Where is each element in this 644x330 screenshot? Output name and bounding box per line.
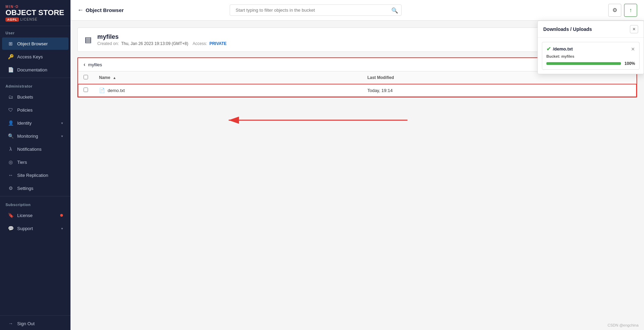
downloads-body: ✔ /demo.txt ✕ Bucket: myfiles 100% bbox=[538, 38, 644, 74]
upload-bucket: Bucket: myfiles bbox=[546, 54, 635, 58]
sidebar-item-support[interactable]: 💬 Support ▾ bbox=[2, 222, 68, 235]
sidebar-item-documentation[interactable]: 📄 Documentation bbox=[2, 64, 68, 76]
support-icon: 💬 bbox=[8, 225, 14, 231]
search-input[interactable] bbox=[230, 4, 402, 16]
breadcrumb-back-button[interactable]: ‹ bbox=[84, 61, 85, 68]
logo: MIN·O OBJECT STORE AGPLLICENSE bbox=[0, 0, 70, 26]
content-wrapper: ▤ myfiles Created on: Thu, Jan 26 2023 1… bbox=[70, 21, 644, 330]
created-label: Created on: bbox=[97, 41, 119, 46]
chevron-down-icon: ▾ bbox=[61, 134, 63, 138]
documentation-icon: 📄 bbox=[8, 67, 14, 73]
upload-item-close-button[interactable]: ✕ bbox=[631, 46, 635, 52]
sidebar-item-settings[interactable]: ⚙ Settings bbox=[2, 182, 68, 194]
downloads-panel: Downloads / Uploads ✕ ✔ /demo.txt ✕ Bu bbox=[537, 21, 644, 74]
sidebar-item-policies[interactable]: 🛡 Policies bbox=[2, 104, 68, 116]
sidebar-item-label: Identity bbox=[17, 121, 58, 126]
bucket-meta: Created on: Thu, Jan 26 2023 19:13:09 (G… bbox=[97, 41, 227, 46]
search-bar: 🔍 bbox=[230, 4, 402, 16]
breadcrumb-path: myfiles bbox=[88, 62, 102, 67]
table-row[interactable]: 📄 demo.txt Today, 19:14 bbox=[78, 84, 636, 97]
file-modified-cell: Today, 19:14 bbox=[362, 84, 636, 97]
file-name-cell: 📄 demo.txt bbox=[94, 84, 362, 97]
downloads-close-button[interactable]: ✕ bbox=[630, 25, 638, 33]
sidebar-item-tiers[interactable]: ◎ Tiers bbox=[2, 156, 68, 168]
logo-main: OBJECT STORE bbox=[6, 9, 65, 17]
row-checkbox[interactable] bbox=[84, 88, 88, 92]
upload-item-header: ✔ /demo.txt ✕ bbox=[546, 46, 635, 52]
sidebar-item-label: Support bbox=[17, 226, 58, 231]
notifications-icon: λ bbox=[8, 146, 14, 152]
sort-icon: ▲ bbox=[113, 76, 116, 80]
back-button[interactable]: ← Object Browser bbox=[77, 7, 124, 14]
back-arrow-icon: ← bbox=[77, 7, 84, 14]
notification-dot bbox=[60, 214, 63, 217]
footer-note: CSDN @engchina bbox=[608, 323, 638, 327]
progress-fill bbox=[546, 62, 621, 65]
sidebar-item-label: Notifications bbox=[17, 147, 63, 152]
sidebar-item-monitoring[interactable]: 🔍 Monitoring ▾ bbox=[2, 130, 68, 142]
sidebar-item-label: Tiers bbox=[17, 160, 63, 165]
topbar-actions: ⚙ ↑ bbox=[608, 4, 637, 17]
sidebar-item-label: Documentation bbox=[17, 67, 63, 72]
page-title: Object Browser bbox=[86, 7, 124, 13]
gear-icon: ⚙ bbox=[612, 7, 617, 13]
settings-button[interactable]: ⚙ bbox=[608, 4, 621, 17]
bucket-icon: ▤ bbox=[85, 35, 92, 44]
upload-file-path: /demo.txt bbox=[553, 46, 573, 52]
divider bbox=[0, 78, 70, 78]
sidebar-item-label: Object Browser bbox=[17, 41, 63, 46]
upload-filename: ✔ /demo.txt bbox=[546, 46, 573, 52]
upload-icon: ↑ bbox=[629, 7, 632, 13]
sidebar-item-label: License bbox=[17, 213, 55, 218]
file-type-icon: 📄 bbox=[99, 88, 105, 93]
sidebar-item-site-replication[interactable]: ↔ Site Replication bbox=[2, 169, 68, 181]
divider bbox=[0, 196, 70, 196]
sidebar-item-sign-out[interactable]: → Sign Out bbox=[2, 317, 68, 330]
sidebar-item-label: Settings bbox=[17, 186, 63, 191]
arrow-annotation bbox=[174, 100, 414, 141]
name-column-header[interactable]: Name ▲ bbox=[94, 71, 362, 84]
checkbox-header bbox=[78, 71, 94, 84]
file-table: Name ▲ Last Modified bbox=[78, 71, 636, 97]
sidebar-item-notifications[interactable]: λ Notifications bbox=[2, 143, 68, 155]
access-label: Access: bbox=[193, 41, 207, 46]
progress-row: 100% bbox=[546, 61, 635, 66]
sidebar-item-object-browser[interactable]: ⊞ Object Browser bbox=[2, 37, 68, 50]
select-all-checkbox[interactable] bbox=[84, 75, 88, 79]
downloads-header: Downloads / Uploads ✕ bbox=[538, 21, 644, 38]
sidebar-item-access-keys[interactable]: 🔑 Access Keys bbox=[2, 50, 68, 63]
checkmark-icon: ✔ bbox=[546, 46, 551, 52]
logo-sub: AGPLLICENSE bbox=[6, 18, 65, 22]
sidebar-item-label: Monitoring bbox=[17, 134, 58, 139]
chevron-down-icon: ▾ bbox=[61, 121, 63, 125]
progress-track bbox=[546, 62, 621, 65]
monitoring-icon: 🔍 bbox=[8, 133, 14, 139]
sign-out-icon: → bbox=[8, 320, 14, 327]
tiers-icon: ◎ bbox=[8, 159, 14, 165]
bucket-name: myfiles bbox=[97, 33, 227, 41]
policies-icon: 🛡 bbox=[8, 107, 14, 113]
close-icon: ✕ bbox=[632, 27, 636, 32]
sidebar-item-label: Buckets bbox=[17, 94, 63, 100]
uploads-button[interactable]: ↑ bbox=[624, 4, 637, 17]
sidebar-item-license[interactable]: 🔖 License bbox=[2, 209, 68, 221]
downloads-title: Downloads / Uploads bbox=[543, 26, 592, 32]
chevron-down-icon: ▾ bbox=[61, 227, 63, 230]
topbar: ← Object Browser 🔍 ⚙ ↑ bbox=[70, 0, 644, 21]
sidebar: MIN·O OBJECT STORE AGPLLICENSE User ⊞ Ob… bbox=[0, 0, 70, 330]
logo-badge: AGPL bbox=[6, 18, 19, 22]
sidebar-item-label: Site Replication bbox=[17, 173, 63, 178]
row-checkbox-cell bbox=[78, 84, 94, 97]
buckets-icon: 🗂 bbox=[8, 94, 14, 100]
sidebar-item-buckets[interactable]: 🗂 Buckets bbox=[2, 91, 68, 103]
license-icon: 🔖 bbox=[8, 212, 14, 218]
sidebar-item-identity[interactable]: 👤 Identity ▾ bbox=[2, 117, 68, 129]
user-section-label: User bbox=[0, 26, 70, 37]
created-date: Thu, Jan 26 2023 19:13:09 (GMT+8) bbox=[121, 41, 188, 46]
identity-icon: 👤 bbox=[8, 120, 14, 126]
sidebar-item-label: Policies bbox=[17, 107, 63, 113]
admin-section-label: Administrator bbox=[0, 79, 70, 90]
access-keys-icon: 🔑 bbox=[8, 54, 14, 60]
upload-item: ✔ /demo.txt ✕ Bucket: myfiles 100% bbox=[542, 42, 640, 70]
object-browser-icon: ⊞ bbox=[8, 41, 14, 47]
